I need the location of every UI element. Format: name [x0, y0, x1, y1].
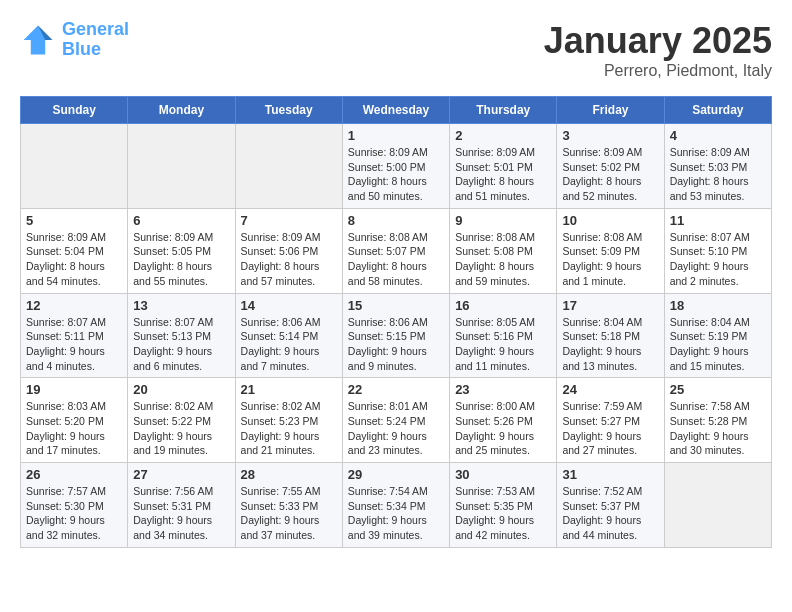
day-number: 17	[562, 298, 658, 313]
day-info: Sunrise: 7:57 AMSunset: 5:30 PMDaylight:…	[26, 484, 122, 543]
day-cell: 3Sunrise: 8:09 AMSunset: 5:02 PMDaylight…	[557, 124, 664, 209]
day-cell: 25Sunrise: 7:58 AMSunset: 5:28 PMDayligh…	[664, 378, 771, 463]
day-number: 26	[26, 467, 122, 482]
weekday-monday: Monday	[128, 97, 235, 124]
day-cell: 6Sunrise: 8:09 AMSunset: 5:05 PMDaylight…	[128, 208, 235, 293]
day-info: Sunrise: 8:01 AMSunset: 5:24 PMDaylight:…	[348, 399, 444, 458]
day-number: 19	[26, 382, 122, 397]
day-cell	[235, 124, 342, 209]
day-info: Sunrise: 7:54 AMSunset: 5:34 PMDaylight:…	[348, 484, 444, 543]
day-cell: 31Sunrise: 7:52 AMSunset: 5:37 PMDayligh…	[557, 463, 664, 548]
logo-line2: Blue	[62, 39, 101, 59]
day-cell: 20Sunrise: 8:02 AMSunset: 5:22 PMDayligh…	[128, 378, 235, 463]
day-info: Sunrise: 7:59 AMSunset: 5:27 PMDaylight:…	[562, 399, 658, 458]
day-cell: 27Sunrise: 7:56 AMSunset: 5:31 PMDayligh…	[128, 463, 235, 548]
day-info: Sunrise: 7:55 AMSunset: 5:33 PMDaylight:…	[241, 484, 337, 543]
day-info: Sunrise: 8:09 AMSunset: 5:02 PMDaylight:…	[562, 145, 658, 204]
calendar-body: 1Sunrise: 8:09 AMSunset: 5:00 PMDaylight…	[21, 124, 772, 548]
logo-text: General Blue	[62, 20, 129, 60]
day-cell: 21Sunrise: 8:02 AMSunset: 5:23 PMDayligh…	[235, 378, 342, 463]
weekday-tuesday: Tuesday	[235, 97, 342, 124]
day-info: Sunrise: 8:07 AMSunset: 5:11 PMDaylight:…	[26, 315, 122, 374]
day-cell: 19Sunrise: 8:03 AMSunset: 5:20 PMDayligh…	[21, 378, 128, 463]
day-info: Sunrise: 7:53 AMSunset: 5:35 PMDaylight:…	[455, 484, 551, 543]
day-cell: 8Sunrise: 8:08 AMSunset: 5:07 PMDaylight…	[342, 208, 449, 293]
weekday-header-row: SundayMondayTuesdayWednesdayThursdayFrid…	[21, 97, 772, 124]
day-info: Sunrise: 8:04 AMSunset: 5:19 PMDaylight:…	[670, 315, 766, 374]
day-number: 14	[241, 298, 337, 313]
logo-line1: General	[62, 19, 129, 39]
day-cell: 2Sunrise: 8:09 AMSunset: 5:01 PMDaylight…	[450, 124, 557, 209]
day-info: Sunrise: 8:00 AMSunset: 5:26 PMDaylight:…	[455, 399, 551, 458]
logo-icon	[20, 22, 56, 58]
day-cell	[21, 124, 128, 209]
day-info: Sunrise: 8:05 AMSunset: 5:16 PMDaylight:…	[455, 315, 551, 374]
logo: General Blue	[20, 20, 129, 60]
day-number: 27	[133, 467, 229, 482]
page-header: General Blue January 2025 Perrero, Piedm…	[20, 20, 772, 80]
day-cell: 26Sunrise: 7:57 AMSunset: 5:30 PMDayligh…	[21, 463, 128, 548]
weekday-friday: Friday	[557, 97, 664, 124]
day-cell: 30Sunrise: 7:53 AMSunset: 5:35 PMDayligh…	[450, 463, 557, 548]
day-cell: 28Sunrise: 7:55 AMSunset: 5:33 PMDayligh…	[235, 463, 342, 548]
day-info: Sunrise: 8:06 AMSunset: 5:15 PMDaylight:…	[348, 315, 444, 374]
weekday-saturday: Saturday	[664, 97, 771, 124]
day-number: 29	[348, 467, 444, 482]
calendar-header: SundayMondayTuesdayWednesdayThursdayFrid…	[21, 97, 772, 124]
day-number: 5	[26, 213, 122, 228]
day-info: Sunrise: 8:08 AMSunset: 5:08 PMDaylight:…	[455, 230, 551, 289]
week-row-1: 1Sunrise: 8:09 AMSunset: 5:00 PMDaylight…	[21, 124, 772, 209]
day-number: 4	[670, 128, 766, 143]
week-row-5: 26Sunrise: 7:57 AMSunset: 5:30 PMDayligh…	[21, 463, 772, 548]
day-number: 7	[241, 213, 337, 228]
calendar-title: January 2025	[544, 20, 772, 62]
day-cell: 9Sunrise: 8:08 AMSunset: 5:08 PMDaylight…	[450, 208, 557, 293]
day-info: Sunrise: 8:06 AMSunset: 5:14 PMDaylight:…	[241, 315, 337, 374]
day-info: Sunrise: 8:07 AMSunset: 5:13 PMDaylight:…	[133, 315, 229, 374]
day-cell: 18Sunrise: 8:04 AMSunset: 5:19 PMDayligh…	[664, 293, 771, 378]
day-info: Sunrise: 8:09 AMSunset: 5:06 PMDaylight:…	[241, 230, 337, 289]
day-number: 6	[133, 213, 229, 228]
day-cell: 5Sunrise: 8:09 AMSunset: 5:04 PMDaylight…	[21, 208, 128, 293]
day-info: Sunrise: 8:08 AMSunset: 5:07 PMDaylight:…	[348, 230, 444, 289]
day-cell: 14Sunrise: 8:06 AMSunset: 5:14 PMDayligh…	[235, 293, 342, 378]
day-number: 16	[455, 298, 551, 313]
day-info: Sunrise: 8:04 AMSunset: 5:18 PMDaylight:…	[562, 315, 658, 374]
day-number: 23	[455, 382, 551, 397]
day-number: 1	[348, 128, 444, 143]
week-row-3: 12Sunrise: 8:07 AMSunset: 5:11 PMDayligh…	[21, 293, 772, 378]
day-cell	[128, 124, 235, 209]
day-cell	[664, 463, 771, 548]
calendar-table: SundayMondayTuesdayWednesdayThursdayFrid…	[20, 96, 772, 548]
day-cell: 23Sunrise: 8:00 AMSunset: 5:26 PMDayligh…	[450, 378, 557, 463]
day-number: 3	[562, 128, 658, 143]
day-number: 18	[670, 298, 766, 313]
day-cell: 24Sunrise: 7:59 AMSunset: 5:27 PMDayligh…	[557, 378, 664, 463]
weekday-wednesday: Wednesday	[342, 97, 449, 124]
week-row-4: 19Sunrise: 8:03 AMSunset: 5:20 PMDayligh…	[21, 378, 772, 463]
day-cell: 16Sunrise: 8:05 AMSunset: 5:16 PMDayligh…	[450, 293, 557, 378]
day-cell: 22Sunrise: 8:01 AMSunset: 5:24 PMDayligh…	[342, 378, 449, 463]
day-cell: 29Sunrise: 7:54 AMSunset: 5:34 PMDayligh…	[342, 463, 449, 548]
week-row-2: 5Sunrise: 8:09 AMSunset: 5:04 PMDaylight…	[21, 208, 772, 293]
day-number: 25	[670, 382, 766, 397]
day-number: 9	[455, 213, 551, 228]
day-number: 11	[670, 213, 766, 228]
day-number: 20	[133, 382, 229, 397]
day-number: 10	[562, 213, 658, 228]
day-info: Sunrise: 7:58 AMSunset: 5:28 PMDaylight:…	[670, 399, 766, 458]
day-info: Sunrise: 8:09 AMSunset: 5:01 PMDaylight:…	[455, 145, 551, 204]
day-number: 21	[241, 382, 337, 397]
day-cell: 17Sunrise: 8:04 AMSunset: 5:18 PMDayligh…	[557, 293, 664, 378]
day-info: Sunrise: 8:02 AMSunset: 5:22 PMDaylight:…	[133, 399, 229, 458]
weekday-thursday: Thursday	[450, 97, 557, 124]
day-cell: 11Sunrise: 8:07 AMSunset: 5:10 PMDayligh…	[664, 208, 771, 293]
day-info: Sunrise: 8:03 AMSunset: 5:20 PMDaylight:…	[26, 399, 122, 458]
day-number: 22	[348, 382, 444, 397]
day-info: Sunrise: 8:09 AMSunset: 5:04 PMDaylight:…	[26, 230, 122, 289]
day-info: Sunrise: 7:56 AMSunset: 5:31 PMDaylight:…	[133, 484, 229, 543]
day-number: 15	[348, 298, 444, 313]
day-cell: 1Sunrise: 8:09 AMSunset: 5:00 PMDaylight…	[342, 124, 449, 209]
day-number: 28	[241, 467, 337, 482]
day-number: 8	[348, 213, 444, 228]
